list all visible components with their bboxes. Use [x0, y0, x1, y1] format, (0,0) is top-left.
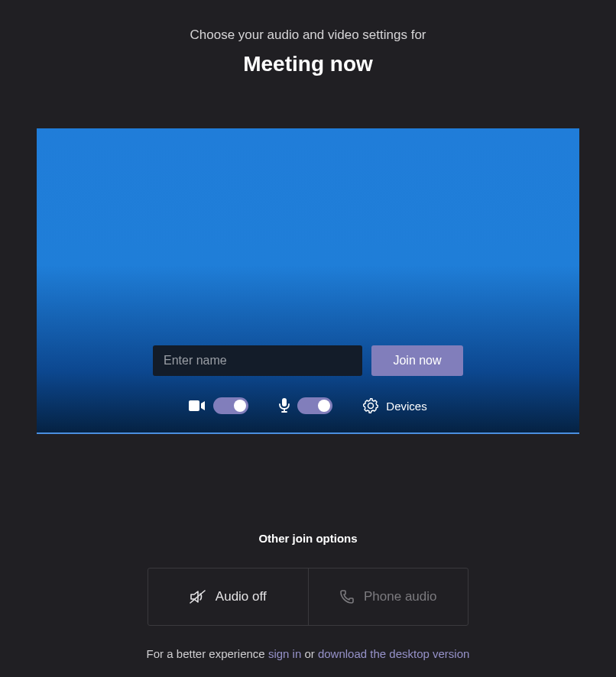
microphone-control	[279, 397, 332, 414]
footer: For a better experience sign in or downl…	[0, 647, 616, 660]
camera-icon	[189, 400, 206, 412]
speaker-off-icon	[190, 589, 206, 604]
controls-row: Devices	[189, 397, 426, 414]
name-input[interactable]	[153, 345, 362, 376]
svg-rect-0	[189, 400, 199, 411]
footer-prefix: For a better experience	[147, 647, 268, 660]
phone-icon	[339, 589, 355, 604]
devices-label: Devices	[386, 400, 426, 413]
other-options: Other join options Audio off Phone audio…	[0, 532, 616, 660]
microphone-toggle[interactable]	[297, 397, 332, 414]
toggle-knob	[234, 400, 246, 412]
other-options-title: Other join options	[0, 532, 616, 545]
svg-point-4	[368, 403, 374, 409]
name-join-row: Join now	[153, 345, 463, 376]
video-preview: Join now	[37, 128, 579, 434]
options-row: Audio off Phone audio	[148, 568, 468, 626]
svg-rect-1	[282, 398, 287, 407]
join-now-button[interactable]: Join now	[371, 345, 463, 376]
audio-off-label: Audio off	[216, 589, 267, 604]
toggle-knob	[318, 400, 330, 412]
gear-icon	[363, 398, 378, 413]
phone-audio-button[interactable]: Phone audio	[309, 568, 468, 625]
devices-button[interactable]: Devices	[363, 398, 426, 413]
camera-control	[189, 397, 248, 414]
header: Choose your audio and video settings for…	[0, 0, 616, 76]
camera-toggle[interactable]	[213, 397, 248, 414]
download-link[interactable]: download the desktop version	[318, 647, 469, 660]
microphone-icon	[279, 398, 290, 413]
page-title: Meeting now	[0, 52, 616, 76]
sign-in-link[interactable]: sign in	[268, 647, 301, 660]
audio-off-button[interactable]: Audio off	[148, 568, 309, 625]
phone-audio-label: Phone audio	[364, 589, 436, 604]
footer-middle: or	[301, 647, 318, 660]
header-subtitle: Choose your audio and video settings for	[0, 28, 616, 43]
